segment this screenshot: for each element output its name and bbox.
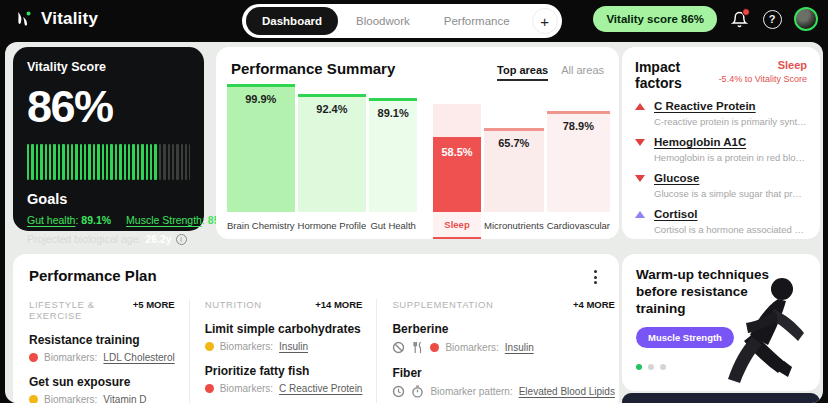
biomarker-link[interactable]: Vitamin D bbox=[103, 394, 146, 403]
biomarker-link[interactable]: Insulin bbox=[505, 342, 534, 353]
impact-factor-description: Hemoglobin is a protein in red blood cel… bbox=[654, 152, 807, 163]
carousel-dot[interactable] bbox=[648, 364, 654, 370]
biomarker-link[interactable]: Elevated Blood Lipids bbox=[519, 386, 615, 397]
gauge-tick bbox=[97, 144, 99, 180]
plan-item-meta: Biomarkers:C Reactive Protein bbox=[205, 383, 363, 394]
article-card[interactable]: Warm-up techniques before resistance tra… bbox=[622, 254, 820, 391]
plan-more-button[interactable]: +5 MORE bbox=[133, 299, 175, 310]
chart-column-micronutrients[interactable]: 65.7%Micronutrients bbox=[484, 84, 544, 239]
performance-summary-card: Performance Summary Top areas All areas … bbox=[216, 47, 619, 239]
gauge-tick bbox=[27, 144, 29, 180]
gauge-tick bbox=[163, 144, 165, 180]
impact-factor-name[interactable]: C Reactive Protein bbox=[654, 100, 756, 112]
gauge-tick bbox=[168, 144, 170, 180]
arrow-down-icon bbox=[635, 139, 645, 146]
impact-factor-name[interactable]: Glucose bbox=[654, 172, 699, 184]
goals-title: Goals bbox=[27, 191, 190, 207]
gauge-tick bbox=[110, 144, 112, 180]
tab-bloodwork[interactable]: Bloodwork bbox=[340, 7, 426, 35]
plan-item[interactable]: Get sun exposureBiomarkers:Vitamin D bbox=[29, 375, 175, 403]
bio-age-label: Projected biological age: bbox=[27, 233, 141, 245]
gauge-tick bbox=[93, 144, 95, 180]
plan-item[interactable]: BerberineBiomarkers:Insulin bbox=[392, 322, 614, 354]
chart-tabs: Top areas All areas bbox=[497, 64, 604, 81]
plan-item-title: Limit simple carbohydrates bbox=[205, 322, 363, 336]
performance-summary-header: Performance Summary Top areas All areas bbox=[231, 60, 604, 81]
value-bar: 92.4% bbox=[298, 94, 367, 212]
utensils-icon bbox=[411, 341, 424, 354]
app-title: Vitality bbox=[41, 9, 98, 29]
impact-context-name[interactable]: Sleep bbox=[719, 59, 807, 71]
chart-column-brain-chemistry[interactable]: 99.9%Brain Chemistry bbox=[227, 84, 295, 239]
value-bar: 89.1% bbox=[369, 98, 417, 212]
impact-factors-header: Impact factors Sleep -5.4% to Vitality S… bbox=[635, 59, 807, 91]
goal-muscle-strength[interactable]: Muscle Strength: 85% bbox=[126, 214, 229, 226]
impact-factor-name[interactable]: Cortisol bbox=[654, 208, 697, 220]
goal-gut-health[interactable]: Gut health: 89.1% bbox=[27, 214, 111, 226]
carousel-dot[interactable] bbox=[636, 364, 642, 370]
chart-column-gut-health[interactable]: 89.1%Gut Health bbox=[369, 84, 417, 239]
bar-value-label: 99.9% bbox=[227, 93, 295, 105]
plan-more-button[interactable]: +14 MORE bbox=[315, 299, 362, 310]
plan-item-meta: Biomarkers:Insulin bbox=[205, 341, 363, 352]
notifications-button[interactable] bbox=[728, 8, 750, 30]
tab-performance[interactable]: Performance bbox=[428, 7, 526, 35]
add-tab-button[interactable]: + bbox=[532, 8, 558, 34]
vitality-card-title: Vitality Score bbox=[27, 60, 190, 74]
gauge-tick bbox=[62, 144, 64, 180]
chart-column-hormone-profile[interactable]: 92.4%Hormone Profile bbox=[298, 84, 367, 239]
bar-value-label: 89.1% bbox=[369, 107, 417, 119]
impact-factor-item[interactable]: GlucoseGlucose is a simple sugar that pr… bbox=[635, 172, 807, 199]
plan-item[interactable]: FiberBiomarker pattern:Elevated Blood Li… bbox=[392, 366, 614, 398]
tab-top-areas[interactable]: Top areas bbox=[497, 64, 548, 81]
status-dot bbox=[205, 384, 214, 393]
status-dot bbox=[205, 342, 214, 351]
bar-category-label: Cardiovascular bbox=[547, 212, 610, 239]
bar-value-label: 92.4% bbox=[298, 103, 367, 115]
value-bar: 58.5% bbox=[433, 137, 481, 212]
plan-item[interactable]: Resistance trainingBiomarkers:LDL Choles… bbox=[29, 333, 175, 363]
impact-factor-item[interactable]: CortisolCortisol is a hormone associated… bbox=[635, 208, 807, 235]
article-tag-badge[interactable]: Muscle Strength bbox=[636, 327, 734, 348]
impact-factor-item[interactable]: Hemoglobin A1CHemoglobin is a protein in… bbox=[635, 136, 807, 163]
kebab-menu-icon[interactable] bbox=[588, 267, 603, 287]
vitality-score-badge[interactable]: Vitality score 86% bbox=[593, 6, 717, 32]
help-button[interactable]: ? bbox=[761, 8, 783, 30]
performance-plan-title: Performance Plan bbox=[29, 267, 157, 284]
performance-plan-columns: LIFESTYLE & EXERCISE+5 MOREResistance tr… bbox=[29, 299, 603, 403]
plan-item[interactable]: Limit simple carbohydratesBiomarkers:Ins… bbox=[205, 322, 363, 352]
tab-all-areas[interactable]: All areas bbox=[561, 64, 604, 81]
topbar: Vitality Dashboard Bloodwork Performance… bbox=[0, 0, 828, 42]
vitality-score-gauge bbox=[27, 144, 190, 180]
biomarker-link[interactable]: LDL Cholesterol bbox=[103, 352, 174, 363]
carousel-dot[interactable] bbox=[660, 364, 666, 370]
plan-item-meta: Biomarkers:Insulin bbox=[392, 341, 614, 354]
chart-column-sleep[interactable]: 58.5%Sleep bbox=[433, 84, 481, 239]
biomarker-link[interactable]: C Reactive Protein bbox=[279, 383, 362, 394]
impact-factor-name[interactable]: Hemoglobin A1C bbox=[654, 136, 746, 148]
impact-factor-item[interactable]: C Reactive ProteinC-reactive protein is … bbox=[635, 100, 807, 127]
tab-dashboard[interactable]: Dashboard bbox=[246, 7, 338, 35]
biomarker-link[interactable]: Insulin bbox=[279, 341, 308, 352]
gauge-tick bbox=[119, 144, 121, 180]
user-avatar[interactable] bbox=[794, 7, 818, 31]
main-nav: Dashboard Bloodwork Performance + bbox=[242, 4, 562, 38]
notification-dot bbox=[742, 8, 750, 16]
gauge-tick bbox=[128, 144, 130, 180]
plan-column: LIFESTYLE & EXERCISE+5 MOREResistance tr… bbox=[29, 299, 189, 403]
gauge-tick bbox=[141, 144, 143, 180]
value-bar: 99.9% bbox=[227, 84, 295, 212]
bar-category-label: Brain Chemistry bbox=[227, 212, 295, 239]
plan-column-header: LIFESTYLE & EXERCISE bbox=[29, 299, 133, 321]
carousel-dots[interactable] bbox=[636, 364, 806, 370]
gauge-tick bbox=[154, 144, 156, 180]
biomarker-label: Biomarkers: bbox=[445, 342, 498, 353]
gauge-tick bbox=[80, 144, 82, 180]
gauge-tick bbox=[159, 144, 161, 180]
gauge-tick bbox=[185, 144, 187, 180]
plan-item[interactable]: Prioritize fatty fishBiomarkers:C Reacti… bbox=[205, 364, 363, 394]
chart-column-cardiovascular[interactable]: 78.9%Cardiovascular bbox=[547, 84, 610, 239]
gauge-tick bbox=[189, 144, 190, 180]
plan-more-button[interactable]: +4 MORE bbox=[573, 299, 615, 310]
info-icon[interactable]: i bbox=[176, 234, 187, 245]
